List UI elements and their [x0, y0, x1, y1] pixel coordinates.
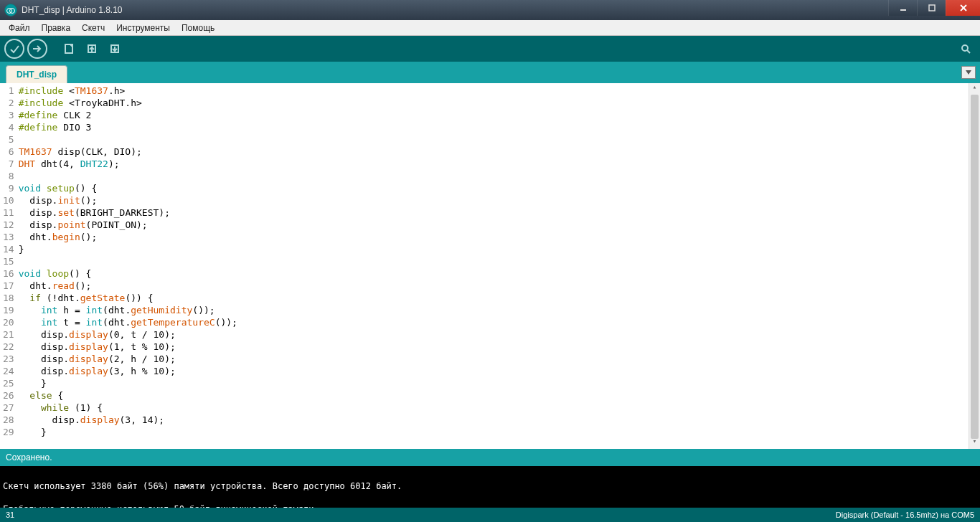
- menu-file[interactable]: Файл: [3, 21, 36, 35]
- board-info: Digispark (Default - 16.5mhz) на COM5: [836, 511, 974, 519]
- menubar: Файл Правка Скетч Инструменты Помощь: [0, 20, 980, 36]
- tabbar: DHT_disp: [0, 62, 980, 83]
- close-button[interactable]: [946, 0, 980, 16]
- output-console[interactable]: Скетч использует 3380 байт (56%) памяти …: [0, 466, 980, 508]
- tab-main[interactable]: DHT_disp: [6, 65, 67, 83]
- svg-point-8: [962, 45, 968, 51]
- console-line: Скетч использует 3380 байт (56%) памяти …: [3, 480, 977, 492]
- code-area[interactable]: #include <TM1637.h>#include <TroykaDHT.h…: [19, 83, 237, 449]
- tab-dropdown-button[interactable]: [961, 66, 976, 79]
- svg-marker-10: [966, 70, 971, 75]
- status-strip: Сохранено.: [0, 449, 980, 466]
- svg-rect-1: [929, 5, 935, 11]
- svg-line-9: [967, 50, 970, 53]
- maximize-button[interactable]: [917, 0, 946, 16]
- open-sketch-button[interactable]: [82, 39, 102, 59]
- scrollbar-thumb[interactable]: [971, 95, 979, 439]
- new-sketch-button[interactable]: [59, 39, 79, 59]
- bottom-bar: 31 Digispark (Default - 16.5mhz) на COM5: [0, 508, 980, 522]
- save-sketch-button[interactable]: [105, 39, 125, 59]
- window-controls: [888, 0, 980, 16]
- editor-scrollbar[interactable]: ▴ ▾: [969, 83, 980, 449]
- cursor-line: 31: [6, 511, 14, 519]
- window-title: DHT_disp | Arduino 1.8.10: [22, 5, 123, 15]
- menu-help[interactable]: Помощь: [176, 21, 220, 35]
- menu-sketch[interactable]: Скетч: [76, 21, 110, 35]
- verify-button[interactable]: [4, 39, 24, 59]
- scroll-down-icon[interactable]: ▾: [969, 437, 980, 449]
- menu-tools[interactable]: Инструменты: [110, 21, 176, 35]
- window-titlebar: DHT_disp | Arduino 1.8.10: [0, 0, 980, 20]
- arduino-logo-icon: [4, 4, 17, 16]
- upload-button[interactable]: [27, 39, 47, 59]
- serial-monitor-button[interactable]: [956, 39, 976, 59]
- scroll-up-icon[interactable]: ▴: [969, 83, 980, 95]
- status-message: Сохранено.: [6, 452, 52, 462]
- line-gutter: 1234567891011121314151617181920212223242…: [0, 83, 19, 449]
- minimize-button[interactable]: [888, 0, 917, 16]
- menu-edit[interactable]: Правка: [36, 21, 77, 35]
- toolbar: [0, 36, 980, 62]
- code-editor[interactable]: 1234567891011121314151617181920212223242…: [0, 83, 980, 449]
